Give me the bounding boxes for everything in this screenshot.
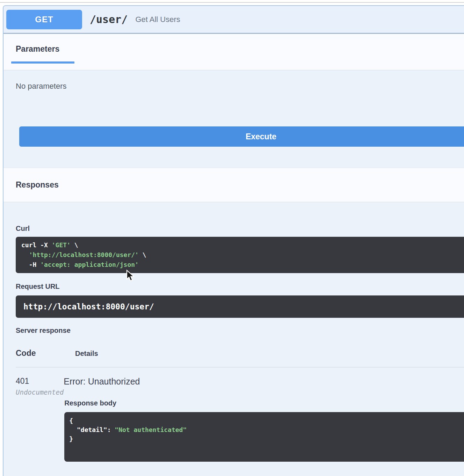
body-line-1: { [69, 416, 464, 425]
code-column-header: Code [16, 347, 75, 367]
endpoint-summary: Get All Users [135, 15, 180, 24]
tab-parameters-label: Parameters [11, 44, 74, 54]
endpoint-path: /user/ [90, 13, 128, 25]
server-response-table: Code Details 401 Undocumented Error: Una… [16, 347, 464, 462]
request-url-label: Request URL [16, 282, 464, 291]
body-line-2: "detail": "Not authenticated" [69, 425, 464, 434]
curl-line-2: 'http://localhost:8000/user/' \ [21, 250, 464, 260]
responses-body: Curl curl -X 'GET' \ 'http://localhost:8… [3, 202, 464, 476]
response-table-header: Code Details [16, 347, 464, 367]
json-close-brace: } [69, 435, 73, 442]
request-url-value: http://localhost:8000/user/ [23, 302, 154, 311]
response-description: Error: Unauthorized [64, 376, 464, 387]
parameters-body: No parameters Execute [3, 70, 464, 168]
curl-indent [21, 251, 29, 258]
responses-section-header: Responses [3, 168, 464, 202]
details-column-header: Details [75, 347, 464, 367]
opblock-get-user: GET /user/ Get All Users Parameters No p… [3, 5, 464, 476]
method-badge: GET [6, 10, 82, 29]
curl-header-flag: -H [21, 261, 40, 268]
curl-command-block[interactable]: curl -X 'GET' \ 'http://localhost:8000/u… [16, 237, 464, 273]
server-response-label: Server response [16, 326, 464, 335]
response-row-401: 401 Undocumented Error: Unauthorized Res… [16, 367, 464, 462]
response-body-label: Response body [64, 399, 464, 407]
tab-active-underline [11, 61, 74, 64]
no-parameters-text: No parameters [16, 82, 464, 91]
curl-line-continuation: \ [139, 251, 146, 258]
parameters-section-header: Parameters [3, 34, 464, 70]
operation-summary-header[interactable]: GET /user/ Get All Users [3, 6, 464, 34]
tab-parameters[interactable]: Parameters [11, 44, 74, 64]
curl-line-1: curl -X 'GET' \ [21, 240, 464, 250]
execute-button[interactable]: Execute [19, 126, 464, 147]
curl-label: Curl [16, 224, 464, 233]
undocumented-note: Undocumented [16, 388, 64, 396]
curl-url-string: 'http://localhost:8000/user/' [29, 251, 139, 258]
responses-title: Responses [3, 180, 59, 190]
curl-line-3: -H 'accept: application/json' [21, 260, 464, 270]
curl-accept-string: 'accept: application/json' [40, 261, 139, 268]
curl-cmd-text: curl -X [21, 241, 52, 249]
request-url-block[interactable]: http://localhost:8000/user/ [16, 295, 464, 318]
response-body-block[interactable]: { "detail": "Not authenticated" } [64, 412, 464, 462]
json-open-brace: { [69, 417, 73, 424]
curl-method-string: 'GET' [52, 241, 71, 249]
json-key-detail: "detail" [69, 426, 107, 433]
status-code: 401 [16, 376, 64, 386]
curl-line-continuation: \ [71, 241, 78, 249]
response-code-cell: 401 Undocumented [16, 367, 64, 462]
body-line-3: } [69, 434, 464, 444]
top-divider [0, 0, 464, 5]
json-colon: : [107, 426, 115, 433]
json-value-not-authenticated: "Not authenticated" [115, 426, 187, 433]
response-details-cell: Error: Unauthorized Response body { "det… [64, 367, 464, 462]
